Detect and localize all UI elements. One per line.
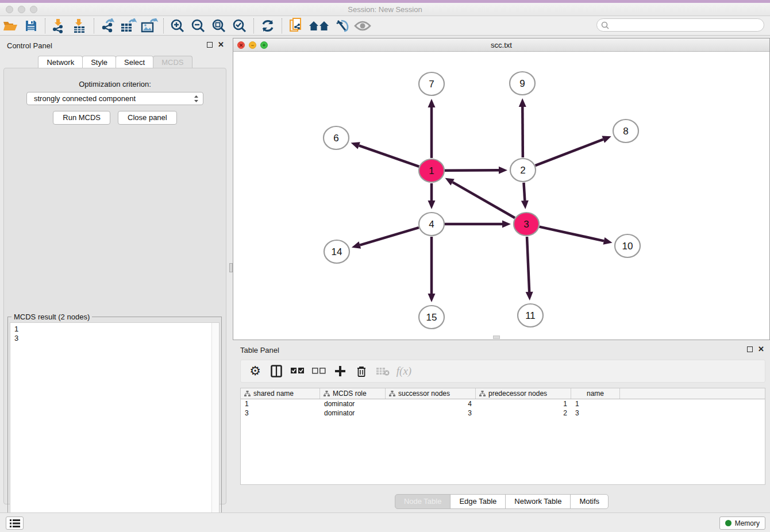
delete-table-icon	[376, 367, 390, 376]
graph-node-label: 4	[429, 219, 434, 230]
cell-mcds-role[interactable]: dominator	[320, 399, 386, 408]
tab-motifs[interactable]: Motifs	[570, 494, 609, 509]
graph-node-label: 9	[519, 78, 525, 89]
hide-glasses-button[interactable]	[333, 17, 351, 34]
export-network-icon	[101, 18, 116, 33]
table-settings-button[interactable]: ⚙	[247, 363, 264, 380]
table-row[interactable]: 1 dominator 4 1 1	[241, 399, 765, 408]
mcds-result-text[interactable]: 1 3	[10, 322, 220, 530]
graph-node-label: 14	[332, 246, 342, 257]
close-table-panel-icon[interactable]: ✕	[758, 346, 764, 352]
zoom-fit-button[interactable]	[210, 17, 228, 34]
cell-mcds-role[interactable]: dominator	[320, 408, 386, 418]
network-resize-handle[interactable]	[493, 336, 500, 339]
column-header-mcds-role[interactable]: MCDS role	[320, 388, 386, 399]
save-session-button[interactable]	[22, 17, 40, 34]
column-label: predecessor nodes	[488, 390, 547, 398]
graph-edge-3-1[interactable]	[453, 182, 515, 218]
search-icon	[601, 21, 609, 29]
graph-edge-arrowhead	[428, 99, 436, 107]
memory-status-icon	[725, 520, 732, 526]
graph-edge-2-9[interactable]	[522, 107, 523, 157]
graph-node-label: 11	[525, 310, 536, 321]
tab-select[interactable]: Select	[116, 56, 153, 69]
duplicate-network-button[interactable]	[287, 17, 305, 34]
cell-name[interactable]: 1	[571, 399, 620, 408]
zoom-out-button[interactable]	[190, 17, 207, 34]
graph-edge-4-14[interactable]	[360, 228, 419, 245]
cell-shared-name[interactable]: 1	[241, 399, 320, 408]
run-mcds-button[interactable]: Run MCDS	[53, 111, 110, 125]
optimization-criterion-label: Optimization criterion:	[4, 80, 226, 88]
graph-edge-arrowhead	[499, 167, 507, 174]
tab-style[interactable]: Style	[82, 56, 116, 69]
main-toolbar	[0, 16, 770, 36]
export-network-button[interactable]	[99, 17, 117, 34]
table-row[interactable]: 3 dominator 3 2 3	[241, 408, 765, 418]
tab-network-table[interactable]: Network Table	[505, 494, 571, 509]
column-header-predecessor-nodes[interactable]: predecessor nodes	[476, 388, 571, 399]
function-builder-button-disabled: f(x)	[395, 363, 413, 380]
graph-node-label: 3	[523, 219, 529, 230]
float-table-panel-icon[interactable]	[747, 346, 753, 352]
zoom-selected-button[interactable]	[231, 17, 248, 34]
graph-node-label: 8	[623, 126, 628, 137]
column-header-successor-nodes[interactable]: successor nodes	[386, 388, 476, 399]
select-all-columns-button[interactable]	[289, 363, 306, 380]
cell-predecessor-nodes[interactable]: 1	[476, 399, 571, 408]
cell-successor-nodes[interactable]: 4	[386, 399, 476, 408]
add-column-button[interactable]	[332, 363, 349, 380]
graph-edge-2-8[interactable]	[536, 140, 603, 166]
show-eye-button[interactable]	[354, 17, 371, 34]
table-panel-tabs: Node Table Edge Table Network Table Moti…	[233, 494, 770, 509]
graph-edge-1-6[interactable]	[359, 145, 419, 167]
column-label: shared name	[253, 390, 294, 398]
result-line: 3	[14, 334, 219, 343]
delete-column-button[interactable]	[353, 363, 370, 380]
search-input[interactable]	[596, 18, 764, 32]
refresh-button[interactable]	[259, 17, 276, 34]
open-session-button[interactable]	[2, 17, 19, 34]
unselect-all-columns-button[interactable]	[310, 363, 328, 380]
cell-shared-name[interactable]: 3	[241, 408, 320, 418]
mcds-result-title: MCDS result (2 nodes)	[11, 313, 92, 321]
dropdown-stepper-icon	[194, 94, 199, 103]
graph-edge-1-2[interactable]	[445, 170, 499, 171]
graph-node-label: 15	[426, 312, 437, 323]
column-header-name[interactable]: name	[571, 388, 620, 399]
import-table-button[interactable]	[71, 17, 88, 34]
zoom-in-button[interactable]	[169, 17, 186, 34]
export-table-button[interactable]	[120, 17, 137, 34]
tab-mcds[interactable]: MCDS	[153, 56, 192, 69]
network-canvas[interactable]: 1234678910111415	[233, 52, 769, 340]
cell-predecessor-nodes[interactable]: 2	[476, 408, 571, 418]
graph-edge-2-3[interactable]	[523, 183, 525, 201]
result-line: 1	[14, 325, 219, 334]
import-network-button[interactable]	[51, 17, 68, 34]
close-panel-icon[interactable]: ✕	[218, 42, 224, 48]
network-window-titlebar[interactable]: ✕ − + scc.txt	[233, 38, 769, 52]
graph-edge-3-11[interactable]	[527, 237, 529, 292]
duplicate-network-icon	[288, 18, 303, 34]
show-columns-button[interactable]	[268, 363, 285, 380]
criterion-dropdown[interactable]: strongly connected component	[26, 92, 203, 105]
column-header-shared-name[interactable]: shared name	[241, 388, 320, 399]
tab-network[interactable]: Network	[38, 56, 83, 69]
graph-canvas[interactable]: 1234678910111415	[233, 52, 769, 340]
close-panel-button[interactable]: Close panel	[118, 111, 177, 125]
export-image-button[interactable]	[141, 17, 158, 34]
memory-button[interactable]: Memory	[719, 516, 765, 530]
result-scrollbar[interactable]	[211, 323, 219, 530]
save-floppy-icon	[25, 20, 37, 32]
cell-name[interactable]: 3	[571, 408, 620, 418]
float-panel-icon[interactable]	[207, 42, 213, 48]
import-network-icon	[52, 18, 67, 33]
home-button[interactable]	[308, 17, 330, 34]
tab-node-table[interactable]: Node Table	[395, 494, 451, 509]
control-panel-title: Control Panel	[7, 41, 52, 50]
cell-successor-nodes[interactable]: 3	[386, 408, 476, 418]
graph-edge-arrowhead	[428, 294, 436, 302]
graph-edge-3-10[interactable]	[539, 227, 603, 241]
tab-edge-table[interactable]: Edge Table	[450, 494, 506, 509]
task-history-button[interactable]	[6, 516, 24, 530]
